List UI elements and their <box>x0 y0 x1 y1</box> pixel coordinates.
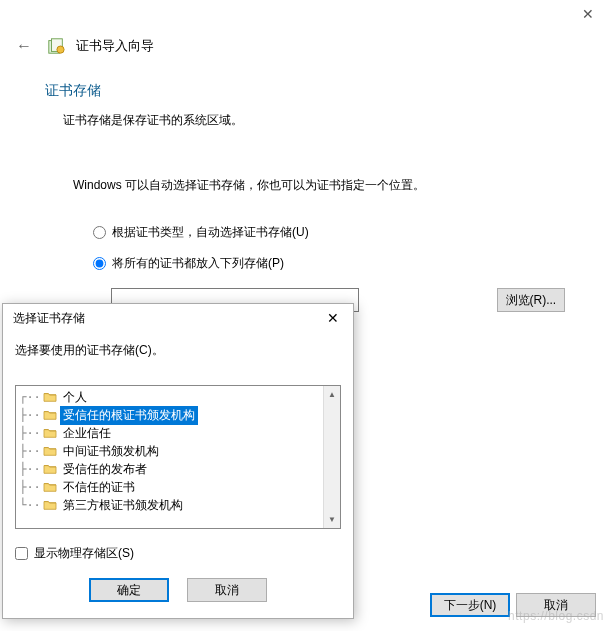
radio-manual-input[interactable] <box>93 257 106 270</box>
radio-manual-select[interactable]: 将所有的证书都放入下列存储(P) <box>93 255 565 272</box>
radio-auto-select[interactable]: 根据证书类型，自动选择证书存储(U) <box>93 224 565 241</box>
tree-connector: ├·· <box>20 444 40 458</box>
tree-connector: ├·· <box>20 426 40 440</box>
folder-icon <box>42 408 58 422</box>
folder-icon <box>42 390 58 404</box>
close-icon[interactable]: ✕ <box>566 0 610 28</box>
folder-icon <box>42 480 58 494</box>
tree-connector: ┌·· <box>20 390 40 404</box>
svg-point-2 <box>57 46 64 53</box>
tree-item[interactable]: ├··企业信任 <box>16 424 323 442</box>
dialog-close-icon[interactable]: ✕ <box>313 304 353 332</box>
tree-item[interactable]: ├··不信任的证书 <box>16 478 323 496</box>
tree-item-label: 中间证书颁发机构 <box>60 442 162 461</box>
certificate-wizard-icon <box>46 36 66 56</box>
dialog-titlebar: 选择证书存储 ✕ <box>3 304 353 332</box>
wizard-titlebar: ✕ <box>0 0 610 28</box>
wizard-content: 证书存储 证书存储是保存证书的系统区域。 Windows 可以自动选择证书存储，… <box>0 70 610 312</box>
tree-connector: └·· <box>20 498 40 512</box>
tree-connector: ├·· <box>20 408 40 422</box>
show-physical-checkbox[interactable] <box>15 547 28 560</box>
dialog-instruction: 选择要使用的证书存储(C)。 <box>3 332 353 371</box>
show-physical-checkbox-row[interactable]: 显示物理存储区(S) <box>3 539 353 574</box>
next-button[interactable]: 下一步(N) <box>430 593 510 617</box>
select-store-dialog: 选择证书存储 ✕ 选择要使用的证书存储(C)。 ┌··个人├··受信任的根证书颁… <box>2 303 354 619</box>
tree-item[interactable]: └··第三方根证书颁发机构 <box>16 496 323 514</box>
scroll-up-icon[interactable]: ▲ <box>325 387 340 402</box>
back-arrow-icon[interactable]: ← <box>12 37 36 55</box>
wizard-footer: 下一步(N) 取消 <box>430 593 596 617</box>
wizard-header: ← 证书导入向导 <box>0 28 610 70</box>
wizard-title: 证书导入向导 <box>76 37 154 55</box>
tree-item[interactable]: ├··受信任的发布者 <box>16 460 323 478</box>
dialog-title: 选择证书存储 <box>13 310 85 327</box>
folder-icon <box>42 462 58 476</box>
browse-button[interactable]: 浏览(R)... <box>497 288 565 312</box>
tree-connector: ├·· <box>20 462 40 476</box>
folder-icon <box>42 426 58 440</box>
tree-item-label: 受信任的发布者 <box>60 460 150 479</box>
section-description: 证书存储是保存证书的系统区域。 <box>45 112 565 129</box>
store-radio-group: 根据证书类型，自动选择证书存储(U) 将所有的证书都放入下列存储(P) <box>45 224 565 272</box>
tree-item-label: 受信任的根证书颁发机构 <box>60 406 198 425</box>
radio-auto-label: 根据证书类型，自动选择证书存储(U) <box>112 224 309 241</box>
dialog-cancel-button[interactable]: 取消 <box>187 578 267 602</box>
tree-item-label: 第三方根证书颁发机构 <box>60 496 186 515</box>
store-tree-container: ┌··个人├··受信任的根证书颁发机构├··企业信任├··中间证书颁发机构├··… <box>15 385 341 529</box>
radio-auto-input[interactable] <box>93 226 106 239</box>
ok-button[interactable]: 确定 <box>89 578 169 602</box>
store-tree[interactable]: ┌··个人├··受信任的根证书颁发机构├··企业信任├··中间证书颁发机构├··… <box>16 386 323 528</box>
radio-manual-label: 将所有的证书都放入下列存储(P) <box>112 255 284 272</box>
tree-item-label: 企业信任 <box>60 424 114 443</box>
folder-icon <box>42 498 58 512</box>
wizard-cancel-button[interactable]: 取消 <box>516 593 596 617</box>
show-physical-label: 显示物理存储区(S) <box>34 545 134 562</box>
tree-connector: ├·· <box>20 480 40 494</box>
tree-item-label: 不信任的证书 <box>60 478 138 497</box>
tree-scrollbar[interactable]: ▲ ▼ <box>323 386 340 528</box>
folder-icon <box>42 444 58 458</box>
tree-item[interactable]: ┌··个人 <box>16 388 323 406</box>
wizard-instruction: Windows 可以自动选择证书存储，你也可以为证书指定一个位置。 <box>45 177 565 194</box>
scroll-down-icon[interactable]: ▼ <box>325 512 340 527</box>
tree-item[interactable]: ├··受信任的根证书颁发机构 <box>16 406 323 424</box>
tree-item-label: 个人 <box>60 388 90 407</box>
section-heading: 证书存储 <box>45 82 565 100</box>
tree-item[interactable]: ├··中间证书颁发机构 <box>16 442 323 460</box>
dialog-footer: 确定 取消 <box>3 574 353 616</box>
